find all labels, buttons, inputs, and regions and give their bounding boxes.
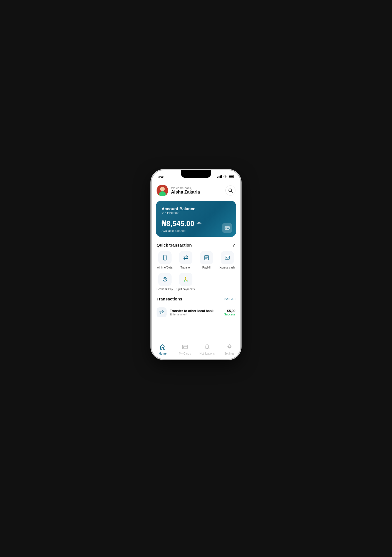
svg-point-34 bbox=[185, 277, 186, 278]
quick-item-split[interactable]: Split payments bbox=[176, 273, 195, 291]
nav-label-settings: Settings bbox=[224, 352, 234, 355]
airtime-label: Airtime/Data bbox=[157, 266, 172, 269]
quick-transaction-header: Quick transaction ∨ bbox=[152, 241, 240, 251]
ecobank-icon-box bbox=[158, 273, 172, 286]
user-name: Aisha Zakaria bbox=[171, 190, 200, 195]
svg-rect-1 bbox=[219, 176, 220, 178]
nav-item-settings[interactable]: Settings bbox=[221, 344, 238, 355]
bell-icon bbox=[204, 344, 210, 351]
split-icon-box bbox=[179, 273, 192, 286]
nav-item-notifications[interactable]: Notifications bbox=[199, 344, 215, 355]
nav-label-cards: My Cards bbox=[179, 352, 191, 355]
balance-card: Account Balance 2111234567 ₦8,545.00 Ava… bbox=[156, 201, 236, 237]
balance-amount: ₦8,545.00 bbox=[162, 219, 194, 228]
transactions-title: Transactions bbox=[157, 297, 182, 301]
home-icon bbox=[160, 344, 166, 351]
battery-icon bbox=[229, 175, 234, 179]
quick-transaction-row2: Ecobank Pay Split payments bbox=[152, 272, 240, 295]
transaction-amount: - $5,99 bbox=[224, 309, 235, 313]
split-label: Split payments bbox=[177, 288, 195, 291]
chevron-down-icon[interactable]: ∨ bbox=[232, 242, 235, 248]
search-icon bbox=[228, 188, 233, 193]
nav-label-notifications: Notifications bbox=[200, 352, 215, 355]
transaction-title: Transfer to other local bank bbox=[170, 309, 221, 313]
svg-point-36 bbox=[187, 280, 188, 282]
quick-item-ecobank[interactable]: Ecobank Pay bbox=[155, 273, 174, 291]
cards-icon bbox=[182, 344, 188, 351]
svg-point-35 bbox=[184, 280, 185, 282]
nav-item-home[interactable]: Home bbox=[154, 344, 171, 355]
card-switch-button[interactable] bbox=[222, 223, 232, 233]
svg-rect-5 bbox=[229, 175, 233, 177]
quick-transaction-title: Quick transaction bbox=[157, 243, 192, 247]
nav-label-home: Home bbox=[159, 352, 167, 355]
quick-item-transfer[interactable]: Transfer bbox=[176, 251, 195, 269]
phone-shell: 9:41 bbox=[152, 170, 240, 359]
transactions-header: Transactions Sell All bbox=[152, 295, 240, 305]
svg-rect-15 bbox=[225, 227, 229, 228]
transaction-item: Transfer to other local bank Entertainme… bbox=[152, 305, 240, 320]
paybill-icon-box bbox=[200, 251, 213, 264]
bottom-nav: Home My Cards bbox=[152, 341, 240, 359]
xpress-icon-box bbox=[221, 251, 234, 264]
transfer-label: Transfer bbox=[180, 266, 191, 269]
signal-icon bbox=[217, 175, 222, 179]
wifi-icon bbox=[223, 175, 227, 179]
svg-rect-26 bbox=[225, 256, 230, 259]
avatar bbox=[157, 185, 168, 196]
svg-point-28 bbox=[164, 278, 166, 280]
welcome-text: Welcome back, bbox=[171, 186, 200, 190]
quick-transaction-row1: Airtime/Data Transfer bbox=[152, 251, 240, 272]
nav-item-cards[interactable]: My Cards bbox=[177, 344, 193, 355]
transaction-subtitle: Entertainment bbox=[170, 313, 221, 316]
svg-point-13 bbox=[198, 222, 200, 224]
svg-line-12 bbox=[231, 191, 232, 192]
svg-rect-19 bbox=[164, 256, 165, 256]
status-time: 9:41 bbox=[158, 175, 165, 179]
phone-content: Welcome back, Aisha Zakaria Account Bala… bbox=[152, 181, 240, 341]
header-left: Welcome back, Aisha Zakaria bbox=[157, 185, 200, 196]
transaction-amount-col: - $5,99 Success bbox=[224, 309, 235, 316]
svg-point-10 bbox=[160, 187, 165, 191]
scene: 9:41 bbox=[138, 170, 254, 387]
svg-rect-39 bbox=[182, 345, 187, 349]
svg-point-18 bbox=[164, 259, 165, 260]
svg-rect-2 bbox=[220, 175, 221, 178]
eye-icon[interactable] bbox=[197, 221, 202, 226]
quick-item-airtime[interactable]: Airtime/Data bbox=[155, 251, 174, 269]
search-button[interactable] bbox=[225, 185, 235, 195]
ecobank-label: Ecobank Pay bbox=[157, 288, 173, 291]
status-icons bbox=[217, 175, 234, 179]
quick-item-paybill[interactable]: Paybill bbox=[197, 251, 216, 269]
svg-rect-6 bbox=[234, 176, 234, 177]
app-header: Welcome back, Aisha Zakaria bbox=[152, 181, 240, 199]
svg-rect-41 bbox=[183, 347, 184, 348]
balance-card-label: Account Balance bbox=[162, 206, 230, 211]
notch bbox=[181, 170, 211, 178]
airtime-icon-box bbox=[158, 251, 172, 264]
available-balance-label: Available balance bbox=[162, 229, 230, 232]
transaction-info: Transfer to other local bank Entertainme… bbox=[170, 309, 221, 316]
balance-amount-row: ₦8,545.00 bbox=[162, 219, 230, 228]
gear-icon bbox=[226, 344, 232, 351]
account-number: 2111234567 bbox=[162, 212, 230, 215]
svg-rect-0 bbox=[217, 177, 218, 178]
xpress-label: Xpress cash bbox=[220, 266, 235, 269]
see-all-button[interactable]: Sell All bbox=[224, 297, 235, 301]
transaction-icon bbox=[157, 307, 167, 317]
transfer-icon-box bbox=[179, 251, 192, 264]
svg-rect-16 bbox=[225, 228, 227, 229]
transaction-status: Success bbox=[224, 313, 235, 316]
paybill-label: Paybill bbox=[202, 266, 210, 269]
svg-rect-3 bbox=[221, 175, 222, 178]
quick-item-xpress[interactable]: Xpress cash bbox=[218, 251, 237, 269]
header-user-info: Welcome back, Aisha Zakaria bbox=[171, 186, 200, 195]
